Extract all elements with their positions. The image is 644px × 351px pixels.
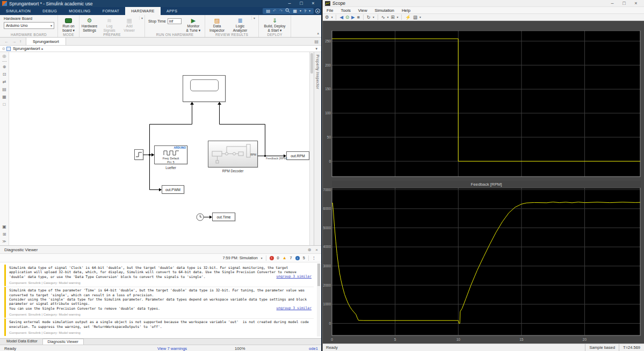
step-block[interactable]	[134, 149, 143, 160]
forward-icon[interactable]: →	[12, 39, 16, 44]
save-icon[interactable]: ▤	[266, 8, 270, 14]
chevron-down-icon[interactable]: ▾	[331, 14, 333, 20]
tab-diagnostic-viewer[interactable]: Diagnostic Viewer	[42, 339, 84, 345]
review-gallery-arrow[interactable]: ▾	[251, 16, 257, 20]
simulation-stepping-icon[interactable]: ↻	[367, 14, 371, 20]
log-signals-button[interactable]: ≋ Log Signals	[99, 16, 119, 32]
breadcrumb-item[interactable]: Sprungantwort	[13, 46, 40, 51]
minimize-button[interactable]: –	[606, 0, 618, 7]
kebab-menu-icon[interactable]: ⋮	[312, 255, 316, 260]
property-inspector-tab[interactable]: Property Inspector	[314, 52, 321, 245]
chevron-down-icon[interactable]: ▾	[261, 257, 263, 260]
close-button[interactable]: ×	[307, 0, 319, 7]
zoom-icon[interactable]: ⊞	[391, 14, 395, 20]
scope-block[interactable]	[183, 75, 226, 102]
tab-simulation[interactable]: SIMULATION	[0, 7, 37, 15]
monitor-tune-button[interactable]: ▶ Monitor & Tune ▾	[183, 16, 204, 32]
brush-icon[interactable]: ▨	[413, 14, 417, 20]
search-icon[interactable]	[285, 8, 290, 14]
cursor-measurements-icon[interactable]: ∿	[381, 14, 385, 20]
minimize-button[interactable]: –	[284, 0, 295, 7]
tab-modeling[interactable]: MODELING	[63, 7, 97, 15]
diagnostic-message[interactable]: Saving external mode simulation output a…	[4, 318, 314, 336]
viewmarks-icon[interactable]: ⊞	[3, 232, 6, 237]
pwm-block[interactable]: ARDUINO Freq: Default Pin: 5	[154, 145, 187, 164]
menu-view[interactable]: View	[354, 8, 371, 13]
tab-model-data-editor[interactable]: Model Data Editor	[2, 339, 42, 345]
chevron-down-icon[interactable]: ▾	[300, 8, 301, 14]
model-hierarchy-icon[interactable]: ⊙	[2, 47, 5, 51]
diag-close-icon[interactable]: ×	[315, 247, 318, 252]
help-icon[interactable]: ?	[304, 8, 306, 14]
fit-view-icon[interactable]: ⊡	[3, 72, 6, 77]
tab-debug[interactable]: DEBUG	[37, 7, 63, 15]
diag-settings-icon[interactable]: ⊛	[308, 247, 312, 252]
prepare-gallery-arrow[interactable]: ▾	[139, 16, 144, 20]
outport-pwm-block[interactable]: out.PWM	[162, 185, 184, 194]
redo-icon[interactable]: ↷	[279, 8, 283, 14]
up-icon[interactable]: ↑	[19, 39, 21, 44]
solver-link[interactable]: ode1	[309, 346, 318, 351]
rpm-decoder-block[interactable]: RPM	[208, 141, 258, 167]
collapse-ribbon-icon[interactable]: ▴	[317, 31, 319, 35]
tab-hardware[interactable]: HARDWARE	[125, 7, 161, 15]
build-deploy-button[interactable]: ⇓ Build, Deploy & Start ▾	[260, 16, 290, 32]
rewind-icon[interactable]: ◀	[339, 14, 343, 20]
minimize-ribbon-icon[interactable]: ▴	[315, 9, 320, 13]
clock-block[interactable]	[196, 213, 204, 223]
outport-rpm-block[interactable]: out.RPM	[286, 151, 309, 160]
ungroup-link[interactable]: ungroup 3 similar	[277, 306, 312, 310]
run-selector[interactable]: 7:59 PM: Simulation	[223, 255, 258, 260]
monitor-icon[interactable]: ▦	[293, 8, 297, 14]
zoom-icon[interactable]: ⊕	[3, 64, 6, 69]
warning-count[interactable]: 7	[290, 255, 292, 260]
screenshot-icon[interactable]: ▣	[2, 224, 6, 229]
chevron-down-icon[interactable]: ▾	[373, 14, 374, 20]
diagnostic-scrollbar[interactable]	[317, 264, 321, 337]
add-viewer-button[interactable]: ▦ Add Viewer	[119, 16, 139, 32]
menu-simulation[interactable]: Simulation	[371, 8, 398, 13]
stop-icon[interactable]: ■	[357, 14, 360, 20]
diagnostic-message[interactable]: Simulink data type of the parameter 'Tim…	[4, 287, 314, 318]
view-warnings-link[interactable]: View 7 warnings	[157, 346, 187, 351]
maximize-button[interactable]: □	[295, 0, 307, 7]
diagnostic-message[interactable]: Simulink data type of signal 'Clock' is …	[4, 265, 314, 286]
chevron-down-icon[interactable]: ▾	[309, 8, 310, 14]
menu-help[interactable]: Help	[398, 8, 414, 13]
ungroup-link[interactable]: ungroup 3 similar	[277, 274, 312, 279]
error-count[interactable]: 0	[277, 255, 279, 260]
back-icon[interactable]: ←	[4, 39, 9, 44]
run-icon[interactable]: ⊙	[345, 14, 349, 20]
signal-route-icon[interactable]: ⇄	[3, 79, 6, 84]
area-icon[interactable]: □	[3, 102, 6, 107]
close-button[interactable]: ×	[630, 0, 642, 7]
tab-format[interactable]: FORMAT	[97, 7, 125, 15]
outport-time-block[interactable]: out.Time	[212, 213, 235, 221]
info-count[interactable]: 5	[303, 255, 305, 260]
chevron-down-icon[interactable]: ▾	[397, 14, 399, 20]
menu-file[interactable]: File	[323, 8, 337, 13]
gear-icon[interactable]: ⚙	[325, 14, 329, 20]
step-forward-icon[interactable]: ▶	[351, 14, 355, 20]
stop-time-input[interactable]	[168, 18, 182, 24]
annotation-icon[interactable]: ▤	[2, 87, 6, 92]
run-on-board-button[interactable]: Run on board ▾	[59, 16, 79, 32]
chevron-down-icon[interactable]: ▾	[419, 14, 421, 20]
maximize-button[interactable]: □	[618, 0, 630, 7]
data-inspector-button[interactable]: ▨ Data Inspector	[205, 16, 229, 32]
scope-plot-top[interactable]: 050100150200250	[323, 31, 641, 177]
trigger-icon[interactable]: ⚡	[405, 14, 411, 20]
canvas-vertical-scrollbar[interactable]	[309, 52, 314, 245]
more-icon[interactable]: ≫	[2, 239, 6, 244]
chevron-down-icon[interactable]: ▾	[315, 47, 319, 51]
subsystem-badge-icon[interactable]: ▤	[314, 38, 321, 45]
chevron-down-icon[interactable]: ▾	[387, 14, 389, 20]
model-canvas[interactable]: ARDUINO Freq: Default Pin: 5 Luefter	[9, 52, 309, 245]
hardware-board-select[interactable]: Arduino Uno ▾	[4, 22, 54, 29]
image-icon[interactable]: ▦	[2, 94, 6, 99]
logic-analyzer-button[interactable]: ≣ Logic Analyzer	[229, 16, 251, 32]
scope-plot-bottom[interactable]: 0100020003000400050006000700005101520	[323, 188, 641, 343]
hardware-settings-button[interactable]: ⚙ Hardware Settings	[79, 16, 99, 32]
document-tab[interactable]: Sprungantwort	[26, 38, 66, 45]
tab-apps[interactable]: APPS	[161, 7, 183, 15]
